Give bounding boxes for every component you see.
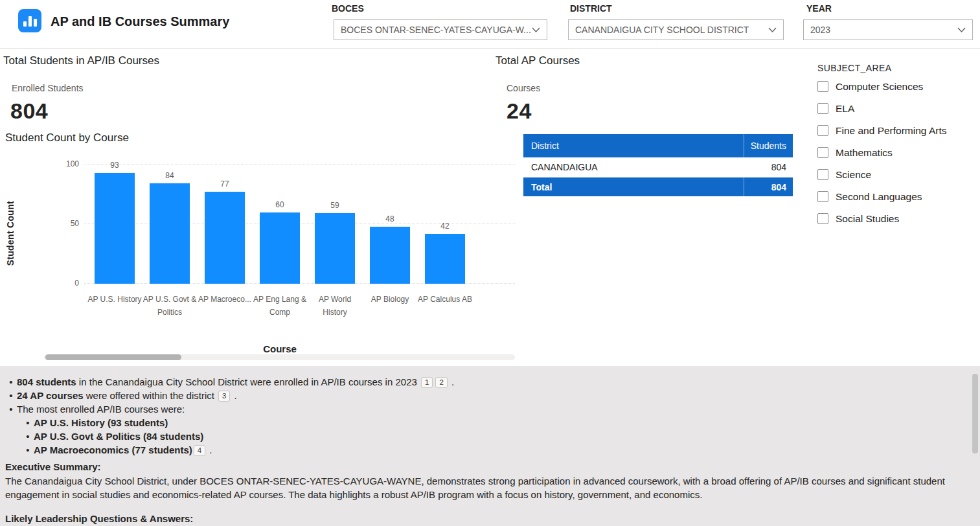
- chart-bar[interactable]: [95, 173, 135, 284]
- bullet-text: 804 students in the Canandaigua City Sch…: [17, 375, 967, 389]
- bullet-marker: •: [22, 416, 34, 429]
- y-axis-tick: 50: [0, 219, 79, 228]
- district-students-table: DistrictStudentsCANANDAIGUA804Total804: [523, 134, 793, 196]
- year-filter-label: YEAR: [806, 3, 832, 14]
- bar-glyph: [28, 16, 32, 27]
- year-dropdown-value: 2023: [810, 25, 830, 35]
- chevron-down-icon: [768, 27, 777, 33]
- bar-value-label: 84: [150, 171, 190, 180]
- y-axis-tick: 100: [0, 159, 79, 168]
- bullet-bold-text: AP Macroeconomics (77 students): [34, 444, 192, 455]
- checkbox[interactable]: [817, 81, 828, 92]
- table-row[interactable]: CANANDAIGUA804: [523, 157, 793, 177]
- bullet-plain-text: The most enrolled AP/IB courses were:: [17, 404, 185, 415]
- bullet-marker: •: [22, 429, 34, 443]
- student-count-bar-chart: Student Count 93847760594842 AP U.S. His…: [0, 155, 518, 364]
- checkbox-label: Social Studies: [836, 213, 899, 225]
- table-header-students: Students: [744, 134, 793, 157]
- table-cell-students: 804: [744, 162, 793, 172]
- middle-section-title: Total AP Courses: [496, 54, 580, 67]
- bullet-text: 24 AP courses were offered within the di…: [17, 389, 967, 402]
- bullet-text: AP Macroeconomics (77 students)4 .: [34, 443, 967, 457]
- boces-dropdown[interactable]: BOCES ONTAR-SENEC-YATES-CAYUGA-W...: [334, 19, 547, 40]
- chart-bar[interactable]: [260, 212, 300, 284]
- bullet-marker: •: [5, 375, 17, 389]
- subject-checkbox-item[interactable]: Second Languages: [817, 190, 976, 203]
- table-total-row: Total804: [523, 177, 793, 196]
- enrolled-students-label: Enrolled Students: [12, 83, 84, 93]
- enrolled-students-value: 804: [10, 98, 48, 124]
- checkbox[interactable]: [817, 103, 828, 114]
- chevron-down-icon: [532, 27, 540, 33]
- subject-checkbox-item[interactable]: Mathematics: [817, 146, 976, 159]
- x-axis-category-label: AP Eng Lang & Comp: [253, 293, 307, 319]
- checkbox-label: Second Languages: [836, 191, 922, 203]
- dashboard: AP and IB Courses Summary BOCES BOCES ON…: [0, 0, 980, 526]
- checkbox[interactable]: [817, 125, 828, 136]
- district-dropdown[interactable]: CANANDAIGUA CITY SCHOOL DISTRICT: [568, 19, 784, 40]
- x-axis-category-label: AP Biology: [363, 293, 417, 306]
- chart-bar[interactable]: [315, 213, 355, 284]
- x-axis-category-label: AP U.S. Govt & Politics: [142, 293, 197, 319]
- bullet-marker: •: [22, 443, 34, 457]
- subject-checkbox-item[interactable]: Social Studies: [817, 212, 976, 225]
- x-axis-category-label: AP U.S. History: [87, 293, 142, 306]
- district-filter-label: DISTRICT: [570, 3, 612, 14]
- bar-value-label: 93: [95, 161, 135, 170]
- bar-value-label: 48: [370, 214, 410, 223]
- district-dropdown-value: CANANDAIGUA CITY SCHOOL DISTRICT: [575, 25, 749, 35]
- x-axis-category-label: AP Calculus AB: [418, 293, 472, 306]
- summary-bullet: •The most enrolled AP/IB courses were:: [5, 402, 967, 416]
- citation-chip[interactable]: 2: [435, 377, 447, 388]
- chart-hscroll-thumb[interactable]: [45, 354, 181, 360]
- checkbox[interactable]: [817, 213, 828, 224]
- subject-checkbox-item[interactable]: ELA: [817, 102, 976, 115]
- y-axis-title: Student Count: [5, 181, 16, 285]
- header-bar: AP and IB Courses Summary BOCES BOCES ON…: [0, 0, 980, 49]
- table-header-row: DistrictStudents: [523, 134, 793, 157]
- summary-bullet: •AP U.S. History (93 students): [22, 416, 967, 429]
- chevron-down-icon: [957, 27, 966, 33]
- year-dropdown[interactable]: 2023: [803, 19, 973, 40]
- chart-title: Student Count by Course: [5, 132, 129, 144]
- bullet-text: AP U.S. Govt & Politics (84 students): [34, 429, 967, 443]
- table-total-label: Total: [523, 182, 744, 192]
- subject-checkbox-item[interactable]: Computer Sciences: [817, 80, 976, 93]
- chart-bar[interactable]: [370, 227, 410, 284]
- subject-checkbox-item[interactable]: Fine and Performing Arts: [817, 124, 976, 137]
- checkbox[interactable]: [817, 191, 828, 202]
- bullet-plain-text: were offered within the district: [84, 390, 217, 401]
- executive-summary-heading: Executive Summary:: [5, 460, 967, 474]
- citation-chip[interactable]: 1: [421, 377, 433, 388]
- x-axis-category-label: AP Macroeco...: [198, 293, 252, 306]
- y-axis-tick: 0: [0, 279, 79, 288]
- subject-checkbox-item[interactable]: Science: [817, 168, 976, 181]
- table-cell-district: CANANDAIGUA: [523, 162, 744, 172]
- chart-bar[interactable]: [150, 183, 190, 284]
- bullet-marker: •: [5, 402, 17, 416]
- chart-bar[interactable]: [205, 192, 245, 284]
- courses-label: Courses: [507, 83, 540, 93]
- checkbox-label: Mathematics: [836, 147, 893, 159]
- bullet-text: The most enrolled AP/IB courses were:: [17, 402, 967, 416]
- bullet-plain-text: .: [449, 376, 454, 387]
- bullet-bold-text: 24 AP courses: [17, 390, 84, 401]
- page-title: AP and IB Courses Summary: [51, 14, 229, 29]
- summary-panel: •804 students in the Canandaigua City Sc…: [0, 366, 980, 526]
- bar-value-label: 77: [205, 179, 245, 189]
- bullet-text: AP U.S. History (93 students): [34, 416, 967, 429]
- bullet-bold-text: 804 students: [17, 376, 76, 387]
- citation-chip[interactable]: 3: [218, 391, 230, 402]
- bullet-bold-text: AP U.S. History (93 students): [34, 417, 168, 428]
- checkbox[interactable]: [817, 169, 828, 180]
- gridline: [84, 164, 515, 165]
- bar-value-label: 59: [315, 201, 355, 210]
- checkbox[interactable]: [817, 147, 828, 158]
- summary-bullet-list: •804 students in the Canandaigua City Sc…: [5, 375, 967, 457]
- citation-chip[interactable]: 4: [194, 445, 205, 456]
- subject-area-checkbox-list: Computer SciencesELAFine and Performing …: [817, 80, 976, 234]
- chart-bar[interactable]: [425, 234, 465, 284]
- summary-vscroll-thumb[interactable]: [972, 374, 978, 453]
- checkbox-label: Science: [836, 169, 871, 181]
- summary-bullet: •24 AP courses were offered within the d…: [5, 389, 967, 402]
